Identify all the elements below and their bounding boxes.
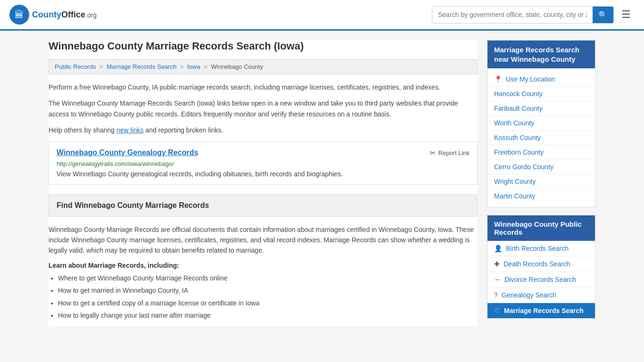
- record-card: Winnebago County Genealogy Records ✂ Rep…: [49, 141, 478, 185]
- pub-genealogy[interactable]: ? Genealogy Search: [487, 288, 595, 303]
- logo-text: CountyOffice.org: [32, 10, 97, 20]
- record-title-link[interactable]: Winnebago County Genealogy Records: [57, 148, 198, 156]
- search-button[interactable]: 🔍: [593, 7, 613, 23]
- breadcrumb-sep3: >: [204, 63, 207, 70]
- record-card-header: Winnebago County Genealogy Records ✂ Rep…: [57, 148, 470, 157]
- pub-death-records[interactable]: ✚ Death Records Search: [487, 256, 595, 272]
- learn-list: Where to get Winnebago County Marriage R…: [58, 273, 478, 321]
- sidebar-county-freeborn[interactable]: Freeborn County: [487, 145, 595, 160]
- martin-county-link[interactable]: Martin County: [494, 192, 535, 200]
- breadcrumb-sep1: >: [99, 63, 103, 70]
- learn-heading: Learn about Marriage Records, including:: [49, 262, 478, 269]
- genealogy-search-link[interactable]: Genealogy Search: [502, 291, 556, 299]
- report-link-btn[interactable]: ✂ Report Link: [429, 148, 470, 157]
- search-area: 🔍 ☰: [432, 6, 635, 24]
- description-3: Help others by sharing new links and rep…: [49, 125, 478, 135]
- marriage-icon: ♡: [494, 307, 500, 314]
- breadcrumb: Public Records > Marriage Records Search…: [49, 59, 478, 74]
- sidebar-county-faribault[interactable]: Faribault County: [487, 101, 595, 116]
- cerro-gordo-county-link[interactable]: Cerro Gordo County: [494, 163, 553, 171]
- nearby-counties-body: 📍 Use My Location Hancock County Faribau…: [487, 68, 595, 207]
- use-my-location-item[interactable]: 📍 Use My Location: [487, 72, 595, 87]
- breadcrumb-sep2: >: [180, 63, 184, 70]
- learn-item-1: How to get married in Winnebago County, …: [58, 285, 478, 296]
- pub-marriage-records[interactable]: ♡ Marriage Records Search: [487, 303, 595, 318]
- record-card-url[interactable]: http://genealogytrails.com/iowa/winnebag…: [57, 160, 470, 167]
- public-records-body: 👤 Birth Records Search ✚ Death Records S…: [487, 241, 595, 318]
- breadcrumb-public-records[interactable]: Public Records: [55, 63, 96, 70]
- page-title: Winnebago County Marriage Records Search…: [49, 40, 478, 52]
- hancock-county-link[interactable]: Hancock County: [494, 90, 543, 98]
- report-link-label: Report Link: [438, 149, 470, 156]
- report-icon: ✂: [429, 148, 436, 157]
- search-input[interactable]: [432, 7, 593, 22]
- kossuth-county-link[interactable]: Kossuth County: [494, 134, 541, 141]
- genealogy-icon: ?: [494, 291, 498, 299]
- divorce-icon: ↔: [494, 276, 501, 283]
- death-icon: ✚: [494, 260, 500, 268]
- pub-divorce-records[interactable]: ↔ Divorce Records Search: [487, 272, 595, 288]
- find-section-body-text: Winnebago County Marriage Records are of…: [49, 224, 478, 256]
- public-records-card: Winnebago County Public Records 👤 Birth …: [487, 215, 595, 319]
- breadcrumb-current: Winnebago County: [211, 63, 264, 70]
- menu-button[interactable]: ☰: [618, 7, 635, 23]
- record-card-desc: View Winnebago County genealogical recor…: [57, 170, 470, 178]
- main-content: Winnebago County Marriage Records Search…: [49, 40, 478, 326]
- divorce-records-link[interactable]: Divorce Records Search: [504, 276, 576, 283]
- breadcrumb-iowa[interactable]: Iowa: [187, 63, 200, 70]
- sidebar-county-worth[interactable]: Worth County: [487, 116, 595, 131]
- search-box: 🔍: [432, 6, 614, 24]
- freeborn-county-link[interactable]: Freeborn County: [494, 148, 544, 156]
- sidebar: Marriage Records Searchnear Winnebago Co…: [487, 40, 595, 326]
- sidebar-county-kossuth[interactable]: Kossuth County: [487, 131, 595, 145]
- desc3-pre: Help others by sharing: [49, 126, 116, 134]
- death-records-link[interactable]: Death Records Search: [504, 260, 570, 268]
- breadcrumb-marriage-records[interactable]: Marriage Records Search: [107, 63, 176, 70]
- nearby-counties-header: Marriage Records Searchnear Winnebago Co…: [487, 41, 595, 68]
- learn-item-2: How to get a certified copy of a marriag…: [58, 298, 478, 308]
- description-2: The Winnebago County Marriage Records Se…: [49, 98, 478, 119]
- location-icon: 📍: [494, 75, 502, 83]
- worth-county-link[interactable]: Worth County: [494, 119, 534, 127]
- record-card-title: Winnebago County Genealogy Records: [57, 148, 198, 157]
- sidebar-county-hancock[interactable]: Hancock County: [487, 87, 595, 101]
- sidebar-county-wright[interactable]: Wright County: [487, 174, 595, 189]
- find-section-body: Winnebago County Marriage Records are of…: [49, 224, 478, 321]
- main-container: Winnebago County Marriage Records Search…: [39, 31, 605, 336]
- nearby-counties-card: Marriage Records Searchnear Winnebago Co…: [487, 40, 595, 207]
- learn-item-0: Where to get Winnebago County Marriage R…: [58, 273, 478, 283]
- marriage-records-link[interactable]: Marriage Records Search: [504, 307, 584, 314]
- birth-records-link[interactable]: Birth Records Search: [506, 245, 569, 252]
- logo-icon: 🏛: [9, 5, 29, 25]
- learn-item-3: How to legally change your last name aft…: [58, 310, 478, 321]
- pub-birth-records[interactable]: 👤 Birth Records Search: [487, 241, 595, 256]
- desc3-post: and reporting broken links.: [144, 126, 223, 134]
- site-header: 🏛 CountyOffice.org 🔍 ☰: [0, 0, 644, 31]
- sidebar-county-cerro-gordo[interactable]: Cerro Gordo County: [487, 160, 595, 174]
- public-records-header: Winnebago County Public Records: [487, 215, 595, 241]
- find-section-header: Find Winnebago County Marriage Records: [49, 194, 478, 217]
- sidebar-county-martin[interactable]: Martin County: [487, 189, 595, 203]
- faribault-county-link[interactable]: Faribault County: [494, 105, 543, 112]
- find-section-heading: Find Winnebago County Marriage Records: [57, 201, 470, 210]
- logo-area: 🏛 CountyOffice.org: [9, 5, 97, 25]
- new-links-link[interactable]: new links: [116, 126, 144, 134]
- use-my-location-link[interactable]: Use My Location: [506, 75, 555, 83]
- wright-county-link[interactable]: Wright County: [494, 178, 536, 185]
- description-1: Perform a free Winnebago County, IA publ…: [49, 82, 478, 92]
- birth-icon: 👤: [494, 245, 502, 252]
